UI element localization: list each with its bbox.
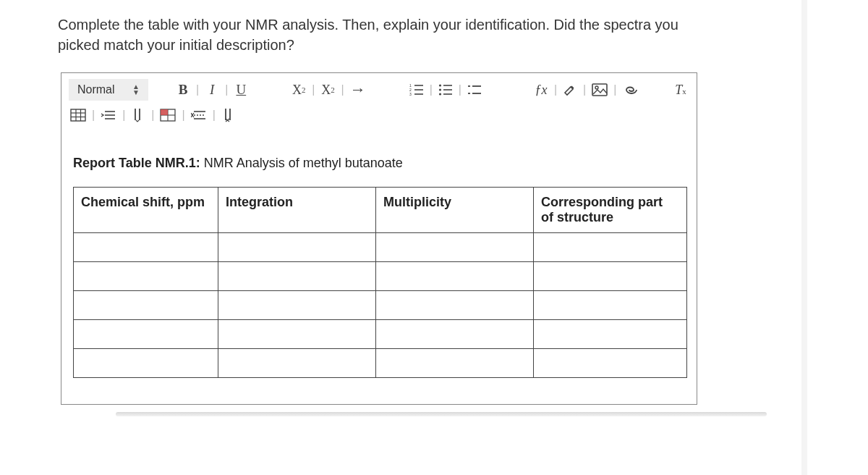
arrow-button[interactable]: → <box>349 80 367 100</box>
header-integration[interactable]: Integration <box>218 188 376 233</box>
italic-button[interactable]: I <box>203 80 221 100</box>
separator: | <box>612 83 618 96</box>
separator: | <box>582 83 587 96</box>
clear-format-t: T <box>675 83 682 98</box>
report-title-bold: Report Table NMR.1: <box>73 156 200 170</box>
header-chemical-shift[interactable]: Chemical shift, ppm <box>74 188 218 233</box>
vertical-scrollbar-track[interactable] <box>801 0 807 431</box>
svg-rect-18 <box>71 109 85 121</box>
image-button[interactable] <box>590 80 609 100</box>
nmr-analysis-table[interactable]: Chemical shift, ppm Integration Multipli… <box>73 187 687 378</box>
bullet-list-button[interactable] <box>437 80 454 100</box>
svg-rect-31 <box>161 109 168 115</box>
report-table-title: Report Table NMR.1: NMR Analysis of meth… <box>73 156 685 171</box>
question-text: Complete the table with your NMR analysi… <box>58 14 723 55</box>
separator: | <box>310 83 316 96</box>
superscript-x-label: X <box>321 83 331 98</box>
separator: | <box>180 109 186 122</box>
separator: | <box>121 109 127 122</box>
table-header-row: Chemical shift, ppm Integration Multipli… <box>74 188 687 233</box>
svg-point-10 <box>439 88 441 91</box>
bold-button[interactable]: B <box>174 80 192 100</box>
table-row[interactable] <box>74 291 687 320</box>
editor-toolbar: Normal ▲▼ B | I | U X2 | X2 | → <box>61 73 697 134</box>
insert-table-button[interactable] <box>69 105 88 125</box>
column-options-button[interactable] <box>129 105 147 125</box>
drawing-button[interactable] <box>561 80 579 100</box>
header-col4-line1: Corresponding part <box>541 195 663 209</box>
separator: | <box>195 83 200 96</box>
delete-row-button[interactable] <box>190 105 208 125</box>
superscript-num: 2 <box>331 85 335 94</box>
subscript-button[interactable]: X2 <box>290 80 307 100</box>
separator: | <box>211 109 217 122</box>
svg-rect-16 <box>592 84 607 96</box>
paragraph-style-label: Normal <box>77 83 115 96</box>
separator: | <box>457 83 463 96</box>
separator: | <box>224 83 229 96</box>
svg-point-11 <box>439 93 441 95</box>
attachment-button[interactable] <box>621 80 641 100</box>
header-col4-line2: of structure <box>541 210 613 224</box>
editor-content-area[interactable]: Report Table NMR.1: NMR Analysis of meth… <box>61 134 697 404</box>
toolbar-row-1: Normal ▲▼ B | I | U X2 | X2 | → <box>69 79 689 101</box>
horizontal-scrollbar[interactable] <box>116 412 767 416</box>
table-row[interactable] <box>74 262 687 291</box>
svg-text:3: 3 <box>409 92 412 96</box>
separator: | <box>150 109 156 122</box>
subscript-num: 2 <box>302 85 306 94</box>
svg-point-9 <box>439 84 441 86</box>
underline-button[interactable]: U <box>232 80 250 100</box>
separator: | <box>428 83 434 96</box>
paragraph-style-select[interactable]: Normal ▲▼ <box>69 79 148 101</box>
separator: | <box>553 83 558 96</box>
toolbar-row-2: | | | | | <box>69 105 689 125</box>
separator: | <box>90 109 96 122</box>
subscript-x-label: X <box>292 83 302 98</box>
cell-options-button[interactable] <box>158 105 177 125</box>
table-row[interactable] <box>74 349 687 378</box>
table-row[interactable] <box>74 320 687 349</box>
clear-format-x: x <box>682 87 686 96</box>
numbered-list-button[interactable]: 123 <box>408 80 425 100</box>
report-title-rest: NMR Analysis of methyl butanoate <box>200 156 403 170</box>
svg-point-17 <box>595 86 598 89</box>
superscript-button[interactable]: X2 <box>319 80 336 100</box>
formula-button[interactable]: ƒx <box>532 80 550 100</box>
row-options-button[interactable] <box>99 105 118 125</box>
table-row[interactable] <box>74 233 687 262</box>
separator: | <box>339 83 345 96</box>
delete-column-button[interactable] <box>220 105 237 125</box>
select-arrows-icon: ▲▼ <box>132 84 140 96</box>
header-multiplicity[interactable]: Multiplicity <box>376 188 534 233</box>
checklist-button[interactable] <box>466 80 483 100</box>
clear-formatting-button[interactable]: Tx <box>672 80 689 100</box>
rich-text-editor: Normal ▲▼ B | I | U X2 | X2 | → <box>61 72 697 405</box>
header-corresponding-part[interactable]: Corresponding part of structure <box>534 188 687 233</box>
